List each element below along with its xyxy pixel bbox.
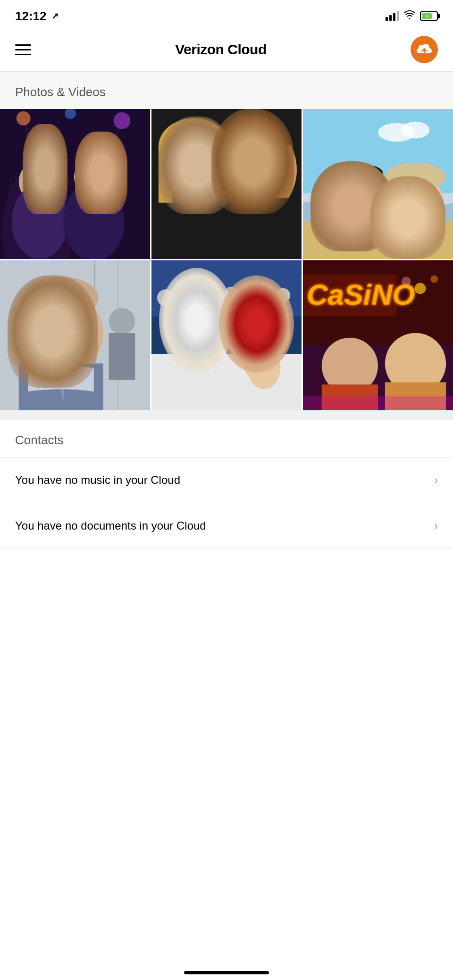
svg-text:W: W: [196, 313, 209, 328]
list-section: You have no music in your Cloud › You ha…: [0, 457, 453, 549]
svg-point-32: [385, 163, 446, 191]
bottom-spacer: [0, 549, 453, 973]
svg-rect-71: [303, 396, 453, 410]
svg-text:W: W: [257, 308, 270, 323]
music-list-item[interactable]: You have no music in your Cloud ›: [0, 457, 453, 503]
svg-point-46: [177, 312, 229, 326]
location-icon: ↗: [51, 11, 59, 21]
svg-point-29: [327, 164, 383, 181]
svg-rect-15: [159, 147, 173, 203]
svg-point-65: [402, 277, 411, 286]
documents-item-text: You have no documents in your Cloud: [15, 519, 206, 532]
hamburger-menu-icon[interactable]: [15, 44, 31, 55]
svg-point-53: [248, 347, 281, 389]
svg-point-49: [238, 309, 290, 361]
app-title: Verizon Cloud: [175, 42, 267, 58]
svg-rect-16: [215, 147, 229, 193]
photo-item-1[interactable]: [0, 109, 150, 259]
svg-point-14: [159, 118, 229, 174]
svg-rect-18: [222, 198, 302, 259]
svg-point-24: [402, 122, 430, 139]
svg-point-54: [244, 349, 261, 378]
wifi-icon: [404, 10, 415, 22]
svg-point-2: [19, 160, 61, 202]
svg-point-57: [225, 287, 238, 300]
svg-point-3: [12, 184, 68, 259]
svg-rect-30: [327, 165, 383, 184]
svg-rect-43: [151, 316, 302, 354]
documents-chevron-icon: ›: [434, 519, 438, 532]
battery-icon: ⚡: [420, 11, 438, 21]
photo-item-2[interactable]: [151, 109, 302, 259]
svg-point-27: [338, 182, 355, 191]
section-divider: [0, 410, 453, 420]
svg-rect-26: [338, 184, 371, 193]
app-header: Verizon Cloud: [0, 28, 453, 71]
svg-rect-37: [109, 333, 135, 380]
status-time: 12:12 ↗: [15, 9, 59, 24]
svg-point-50: [238, 307, 290, 321]
photos-section-header: Photos & Videos: [0, 72, 453, 109]
music-chevron-icon: ›: [434, 473, 438, 487]
svg-point-38: [19, 291, 103, 375]
photo-item-5[interactable]: W W: [151, 260, 302, 410]
signal-bars-icon: [386, 11, 399, 21]
svg-point-28: [354, 182, 371, 191]
svg-point-4: [74, 157, 113, 196]
svg-point-5: [63, 182, 124, 259]
svg-rect-45: [180, 331, 226, 354]
svg-point-55: [157, 290, 174, 307]
status-bar: 12:12 ↗ ⚡: [0, 0, 453, 28]
svg-point-25: [324, 167, 385, 228]
svg-point-44: [177, 314, 229, 365]
svg-point-36: [109, 308, 135, 334]
svg-point-19: [224, 109, 294, 156]
photo-item-4[interactable]: [0, 260, 150, 410]
status-icons: ⚡: [386, 10, 438, 22]
photo-item-3[interactable]: [303, 109, 453, 259]
svg-rect-47: [177, 312, 229, 331]
svg-point-40: [24, 277, 99, 319]
svg-rect-13: [161, 189, 226, 259]
cloud-upload-icon: [417, 42, 432, 57]
svg-rect-22: [303, 222, 453, 259]
home-indicator: [184, 971, 269, 974]
documents-list-item[interactable]: You have no documents in your Cloud ›: [0, 503, 453, 549]
upload-button[interactable]: [411, 36, 438, 63]
svg-point-12: [161, 135, 226, 215]
svg-rect-51: [238, 307, 290, 326]
photo-grid: W W CaSiNO: [0, 109, 453, 410]
music-item-text: You have no music in your Cloud: [15, 473, 180, 487]
svg-point-64: [430, 275, 438, 283]
photo-item-6[interactable]: CaSiNO CaSiNO: [303, 260, 453, 410]
svg-rect-21: [303, 193, 453, 231]
svg-rect-42: [151, 354, 302, 410]
svg-point-56: [275, 288, 290, 303]
contacts-section-header: Contacts: [0, 420, 453, 457]
svg-text:CaSiNO: CaSiNO: [307, 278, 415, 311]
svg-point-17: [222, 125, 297, 215]
svg-point-63: [415, 283, 426, 294]
